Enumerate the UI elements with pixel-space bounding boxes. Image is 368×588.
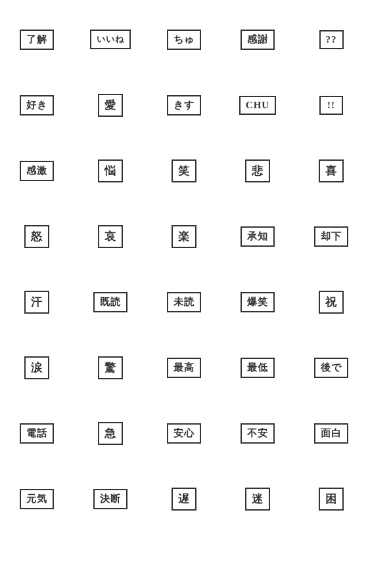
cell-r5-c4[interactable]: 後で <box>294 335 368 400</box>
stamp-r7-c2: 遅 <box>172 488 196 511</box>
stamp-r6-c1: 急 <box>98 422 123 445</box>
stamp-r4-c4: 祝 <box>319 291 344 314</box>
cell-r0-c3[interactable]: 感謝 <box>221 7 294 72</box>
cell-r7-c2[interactable]: 遅 <box>147 466 221 532</box>
stamp-r5-c1: 驚 <box>98 356 123 379</box>
stamp-r7-c4: 困 <box>319 488 344 511</box>
stamp-r6-c2: 安心 <box>167 423 201 444</box>
cell-r6-c1[interactable]: 急 <box>74 400 147 466</box>
stamp-r5-c2: 最高 <box>167 358 201 378</box>
stamp-r0-c3: 感謝 <box>241 30 275 50</box>
stamp-r7-c3: 迷 <box>245 488 270 511</box>
cell-r5-c2[interactable]: 最高 <box>147 335 221 400</box>
cell-r1-c1[interactable]: 愛 <box>74 72 147 138</box>
stamp-r2-c0: 感激 <box>20 161 54 181</box>
stamp-r5-c4: 後で <box>314 358 348 378</box>
stamp-r2-c3: 悲 <box>245 159 270 182</box>
cell-r0-c1[interactable]: いいね <box>74 7 147 72</box>
cell-r3-c1[interactable]: 哀 <box>74 203 147 269</box>
cell-r1-c0[interactable]: 好き <box>0 72 74 138</box>
stamp-r2-c1: 悩 <box>98 159 123 182</box>
cell-r7-c1[interactable]: 決断 <box>74 466 147 532</box>
stamp-r3-c4: 却下 <box>314 226 348 247</box>
stamp-r4-c1: 既読 <box>93 292 127 312</box>
cell-r4-c4[interactable]: 祝 <box>294 269 368 335</box>
stamp-r0-c2: ちゅ <box>167 30 201 50</box>
stamp-r1-c4: !! <box>319 96 343 115</box>
cell-r6-c4[interactable]: 面白 <box>294 400 368 466</box>
stamp-r5-c3: 最低 <box>241 358 275 378</box>
cell-r0-c4[interactable]: ?? <box>294 7 368 72</box>
cell-r2-c2[interactable]: 笑 <box>147 138 221 203</box>
stamp-r3-c3: 承知 <box>241 226 275 247</box>
stamp-r2-c4: 喜 <box>319 159 344 182</box>
stamp-r2-c2: 笑 <box>172 159 196 182</box>
cell-r3-c3[interactable]: 承知 <box>221 203 294 269</box>
cell-r3-c4[interactable]: 却下 <box>294 203 368 269</box>
stamp-r6-c3: 不安 <box>241 423 275 444</box>
cell-r1-c3[interactable]: CHU <box>221 72 294 138</box>
cell-r0-c0[interactable]: 了解 <box>0 7 74 72</box>
cell-r2-c4[interactable]: 喜 <box>294 138 368 203</box>
stamp-r0-c1: いいね <box>90 30 131 49</box>
cell-r2-c3[interactable]: 悲 <box>221 138 294 203</box>
cell-r2-c0[interactable]: 感激 <box>0 138 74 203</box>
stamp-r1-c3: CHU <box>239 96 276 115</box>
cell-r7-c3[interactable]: 迷 <box>221 466 294 532</box>
stamp-r0-c4: ?? <box>319 30 344 49</box>
cell-r0-c2[interactable]: ちゅ <box>147 7 221 72</box>
stamp-r1-c2: きす <box>167 95 201 116</box>
cell-r4-c2[interactable]: 未読 <box>147 269 221 335</box>
stamp-r4-c3: 爆笑 <box>241 292 275 312</box>
cell-r5-c3[interactable]: 最低 <box>221 335 294 400</box>
emoji-grid: 了解いいねちゅ感謝??好き愛きすCHU!!感激悩笑悲喜怒哀楽承知却下汗既読未読爆… <box>0 0 368 538</box>
cell-r4-c1[interactable]: 既読 <box>74 269 147 335</box>
stamp-r7-c1: 決断 <box>93 489 127 509</box>
stamp-r1-c0: 好き <box>20 95 54 116</box>
cell-r1-c2[interactable]: きす <box>147 72 221 138</box>
cell-r5-c0[interactable]: 涙 <box>0 335 74 400</box>
cell-r5-c1[interactable]: 驚 <box>74 335 147 400</box>
stamp-r4-c0: 汗 <box>24 291 49 314</box>
stamp-r6-c4: 面白 <box>314 423 348 444</box>
cell-r3-c2[interactable]: 楽 <box>147 203 221 269</box>
cell-r6-c2[interactable]: 安心 <box>147 400 221 466</box>
stamp-r3-c0: 怒 <box>24 225 49 248</box>
cell-r6-c3[interactable]: 不安 <box>221 400 294 466</box>
stamp-r0-c0: 了解 <box>20 30 54 50</box>
stamp-r1-c1: 愛 <box>98 94 123 117</box>
cell-r7-c0[interactable]: 元気 <box>0 466 74 532</box>
stamp-r4-c2: 未読 <box>167 292 201 312</box>
cell-r1-c4[interactable]: !! <box>294 72 368 138</box>
cell-r4-c0[interactable]: 汗 <box>0 269 74 335</box>
stamp-r6-c0: 電話 <box>20 423 54 444</box>
cell-r6-c0[interactable]: 電話 <box>0 400 74 466</box>
cell-r4-c3[interactable]: 爆笑 <box>221 269 294 335</box>
cell-r7-c4[interactable]: 困 <box>294 466 368 532</box>
stamp-r3-c2: 楽 <box>172 225 196 248</box>
stamp-r5-c0: 涙 <box>24 356 49 379</box>
cell-r3-c0[interactable]: 怒 <box>0 203 74 269</box>
cell-r2-c1[interactable]: 悩 <box>74 138 147 203</box>
stamp-r3-c1: 哀 <box>98 225 123 248</box>
stamp-r7-c0: 元気 <box>20 489 54 509</box>
